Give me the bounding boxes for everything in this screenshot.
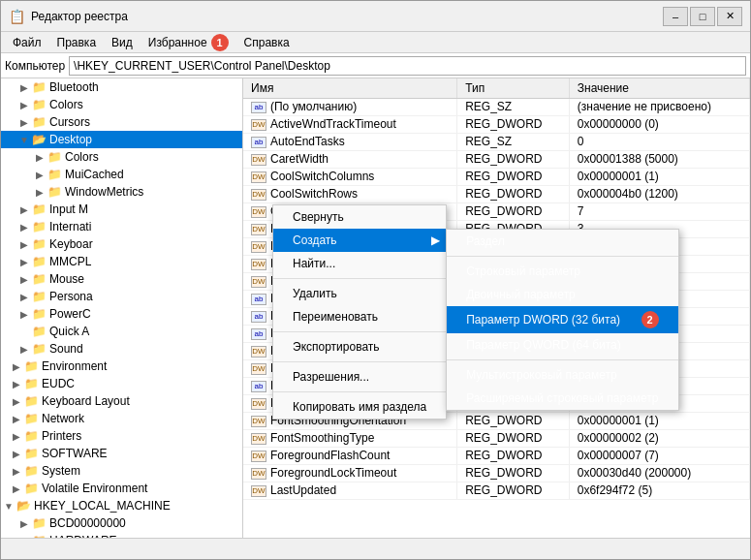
menu-bar: Файл Правка Вид Избранное 1 Справка: [1, 32, 750, 53]
expand-icon: ▶: [16, 257, 32, 267]
tree-item-desktop-colors[interactable]: ▶ 📁 Colors: [1, 148, 242, 166]
close-button[interactable]: ✕: [717, 7, 742, 26]
minimize-button[interactable]: –: [663, 7, 688, 26]
tree-item-persona[interactable]: ▶ 📁 Persona: [1, 288, 242, 305]
menu-favorites[interactable]: Избранное 1: [141, 32, 236, 53]
folder-icon: 📁: [24, 359, 39, 373]
tree-item-quicka[interactable]: 📁 Quick A: [1, 323, 242, 340]
tree-label: Quick A: [49, 325, 89, 338]
tree-item-desktop[interactable]: ▼ 📂 Desktop: [1, 131, 242, 148]
menu-edit[interactable]: Правка: [49, 34, 105, 51]
tree-label: Input M: [49, 202, 88, 216]
tree-item-cursors[interactable]: ▶ 📁 Cursors: [1, 113, 242, 131]
address-input[interactable]: [69, 56, 746, 76]
tree-label: Keyboar: [49, 237, 93, 251]
folder-icon: 📁: [32, 307, 47, 321]
app-icon: 📋: [9, 9, 25, 24]
tree-item-printers[interactable]: ▶ 📁 Printers: [1, 427, 242, 445]
sm-qword[interactable]: Параметр QWORD (64 бита): [447, 333, 677, 357]
tree-label: EUDC: [42, 377, 75, 390]
cm-find[interactable]: Найти...: [273, 252, 446, 275]
sm-sep2: [447, 359, 677, 360]
cm-permissions[interactable]: Разрешения...: [273, 365, 446, 389]
sm-multistring[interactable]: Мультистроковый параметр: [447, 363, 677, 387]
menu-help[interactable]: Справка: [236, 34, 297, 51]
cm-export[interactable]: Экспортировать: [273, 335, 446, 358]
tree-label: System: [42, 464, 80, 478]
folder-icon: 📁: [24, 377, 39, 390]
folder-icon: 📁: [24, 482, 39, 495]
tree-label: Persona: [49, 290, 93, 303]
tree-item-internati[interactable]: ▶ 📁 Internati: [1, 218, 242, 235]
cm-copy-name[interactable]: Копировать имя раздела: [273, 395, 446, 419]
cm-sep3: [273, 361, 446, 362]
folder-icon: 📁: [24, 429, 39, 443]
tree-item-muicached[interactable]: ▶ 📁 MuiCached: [1, 166, 242, 183]
tree-item-mmcpl[interactable]: ▶ 📁 MMCPL: [1, 253, 242, 270]
tree-label: BCD00000000: [49, 516, 126, 530]
tree-item-bluetooth[interactable]: ▶ 📁 Bluetooth: [1, 78, 242, 96]
tree-label: MuiCached: [65, 168, 124, 181]
tree-label: PowerC: [49, 307, 91, 321]
tree-label: HKEY_LOCAL_MACHINE: [34, 499, 171, 513]
tree-item-software[interactable]: ▶ 📁 SOFTWARE: [1, 445, 242, 462]
context-menu: Свернуть Создать ▶ Раздел Строковый пара…: [272, 204, 447, 420]
sm-expandstring[interactable]: Расширяемый строковый параметр: [447, 387, 677, 410]
tree-item-windowmetrics[interactable]: ▶ 📁 WindowMetrics: [1, 183, 242, 201]
tree-item-eudc[interactable]: ▶ 📁 EUDC: [1, 375, 242, 392]
cm-delete[interactable]: Удалить: [273, 282, 446, 305]
sm-section[interactable]: Раздел: [447, 230, 677, 253]
tree-label: Environment: [42, 359, 107, 373]
maximize-button[interactable]: □: [690, 7, 715, 26]
tree-label: Desktop: [49, 133, 92, 146]
expand-icon: ▶: [9, 449, 24, 459]
tree-label: Volatile Environment: [42, 482, 147, 495]
tree-item-bcd[interactable]: ▶ 📁 BCD00000000: [1, 514, 242, 532]
tree-label: Sound: [49, 342, 83, 356]
menu-view[interactable]: Вид: [104, 34, 141, 51]
expand-icon: ▼: [1, 501, 16, 512]
cm-sep1: [273, 278, 446, 279]
address-label: Компьютер: [5, 59, 65, 73]
expand-icon: ▶: [16, 274, 32, 285]
tree-item-volatile[interactable]: ▶ 📁 Volatile Environment: [1, 480, 242, 497]
tree-item-powerc[interactable]: ▶ 📁 PowerC: [1, 305, 242, 323]
address-bar: Компьютер: [1, 53, 750, 78]
cm-create[interactable]: Создать ▶ Раздел Строковый параметр Двои…: [273, 229, 446, 252]
tree-item-inputm[interactable]: ▶ 📁 Input M: [1, 201, 242, 218]
tree-item-mouse[interactable]: ▶ 📁 Mouse: [1, 270, 242, 288]
sm-dword[interactable]: Параметр DWORD (32 бита) 2: [447, 306, 677, 333]
tree-item-sound[interactable]: ▶ 📁 Sound: [1, 340, 242, 358]
expand-icon: ▶: [9, 414, 24, 424]
folder-icon: 📁: [47, 150, 62, 164]
expand-icon: ▶: [16, 239, 32, 250]
cm-collapse[interactable]: Свернуть: [273, 205, 446, 229]
tree-item-colors[interactable]: ▶ 📁 Colors: [1, 96, 242, 113]
tree-item-environment[interactable]: ▶ 📁 Environment: [1, 358, 242, 375]
folder-icon: 📁: [32, 80, 47, 94]
folder-icon: 📁: [24, 464, 39, 478]
tree-label: Internati: [49, 220, 91, 233]
tree-label: Mouse: [49, 272, 84, 286]
context-menu-overlay: Свернуть Создать ▶ Раздел Строковый пара…: [243, 78, 750, 538]
tree-item-system[interactable]: ▶ 📁 System: [1, 462, 242, 480]
expand-icon: ▶: [16, 204, 32, 215]
folder-open-icon: 📂: [16, 499, 31, 513]
tree-label: Network: [42, 412, 84, 425]
cm-rename[interactable]: Переименовать: [273, 305, 446, 328]
title-bar: 📋 Редактор реестра – □ ✕: [1, 1, 750, 32]
sm-string[interactable]: Строковый параметр: [447, 260, 677, 283]
tree-item-keyboard-layout[interactable]: ▶ 📁 Keyboard Layout: [1, 392, 242, 410]
tree-item-network[interactable]: ▶ 📁 Network: [1, 410, 242, 427]
window-controls: – □ ✕: [663, 7, 742, 26]
folder-icon: 📁: [32, 255, 47, 268]
folder-icon: 📁: [32, 290, 47, 303]
sm-binary[interactable]: Двоичный параметр: [447, 283, 677, 306]
title-bar-left: 📋 Редактор реестра: [9, 9, 128, 24]
tree-panel: ▶ 📁 Bluetooth ▶ 📁 Colors ▶ 📁 Cursors ▼ 📂…: [1, 78, 243, 538]
tree-item-keyboard[interactable]: ▶ 📁 Keyboar: [1, 235, 242, 253]
expand-icon: ▶: [9, 466, 24, 477]
menu-file[interactable]: Файл: [5, 34, 49, 51]
tree-item-hklm[interactable]: ▼ 📂 HKEY_LOCAL_MACHINE: [1, 497, 242, 514]
expand-icon: ▶: [9, 361, 24, 372]
